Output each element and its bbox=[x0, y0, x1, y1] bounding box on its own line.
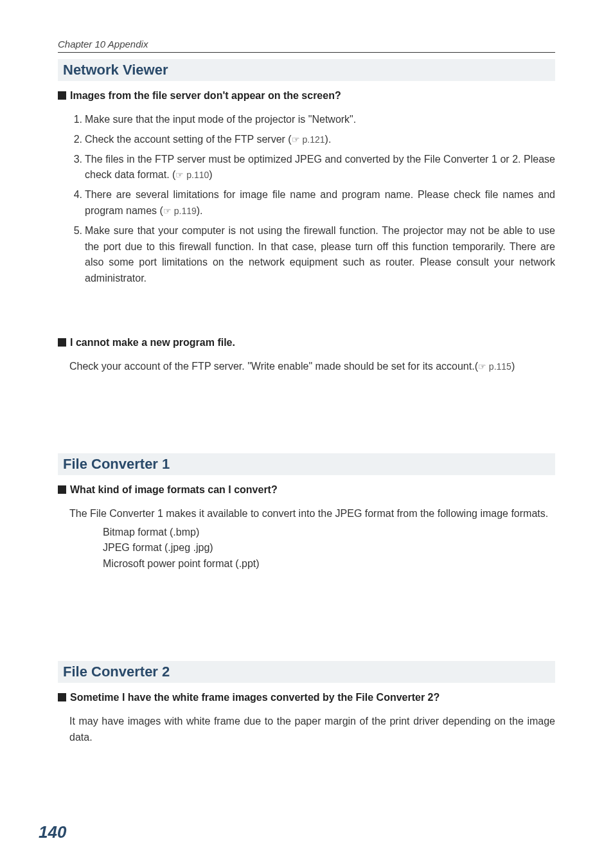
text-fragment: The files in the FTP server must be opti… bbox=[85, 154, 555, 181]
list-item: 5. Make sure that your computer is not u… bbox=[69, 223, 555, 287]
answer-paragraph: Check your account of the FTP server. "W… bbox=[69, 359, 555, 375]
text-fragment: ). bbox=[325, 134, 332, 145]
list-number: 1. bbox=[69, 112, 82, 128]
list-body: The files in the FTP server must be opti… bbox=[85, 152, 555, 184]
answer-list: 1. Make sure that the input mode of the … bbox=[69, 112, 555, 287]
list-body: Make sure that your computer is not usin… bbox=[85, 223, 555, 287]
text-fragment: ) bbox=[209, 169, 212, 180]
text-fragment: Check the account setting of the FTP ser… bbox=[85, 134, 292, 145]
list-number: 4. bbox=[69, 187, 82, 203]
section-heading-file-converter-2: File Converter 2 bbox=[58, 661, 555, 683]
question-formats-convert: What kind of image formats can I convert… bbox=[58, 484, 555, 496]
question-white-frame: Sometime I have the white frame images c… bbox=[58, 692, 555, 703]
question-text: What kind of image formats can I convert… bbox=[70, 484, 278, 495]
text-fragment: ). bbox=[197, 205, 203, 216]
question-images-not-appear: Images from the file server don't appear… bbox=[58, 90, 555, 102]
format-item: JPEG format (.jpeg .jpg) bbox=[103, 540, 555, 556]
list-body: Make sure that the input mode of the pro… bbox=[85, 112, 555, 128]
bullet-square-icon bbox=[58, 485, 66, 494]
format-item: Microsoft power point format (.ppt) bbox=[103, 556, 555, 572]
bullet-square-icon bbox=[58, 693, 66, 701]
section-heading-network-viewer: Network Viewer bbox=[58, 59, 555, 81]
page-ref: ☞ p.110 bbox=[175, 170, 209, 180]
text-fragment: There are several limitations for image … bbox=[85, 189, 555, 216]
list-body: Check the account setting of the FTP ser… bbox=[85, 132, 555, 148]
list-number: 3. bbox=[69, 152, 82, 168]
answer-paragraph: The File Converter 1 makes it available … bbox=[69, 506, 555, 522]
text-fragment: Check your account of the FTP server. "W… bbox=[69, 361, 478, 372]
answer-paragraph: It may have images with white frame due … bbox=[69, 714, 555, 746]
chapter-header: Chapter 10 Appendix bbox=[58, 39, 555, 53]
question-cannot-make-program: I cannot make a new program file. bbox=[58, 337, 555, 348]
page-number: 140 bbox=[39, 822, 66, 842]
list-number: 2. bbox=[69, 132, 82, 148]
list-body: There are several limitations for image … bbox=[85, 187, 555, 219]
list-number: 5. bbox=[69, 223, 82, 239]
list-item: 3. The files in the FTP server must be o… bbox=[69, 152, 555, 184]
section-heading-file-converter-1: File Converter 1 bbox=[58, 453, 555, 475]
question-text: Sometime I have the white frame images c… bbox=[70, 692, 440, 703]
formats-list: Bitmap format (.bmp) JPEG format (.jpeg … bbox=[103, 525, 555, 572]
page-ref: ☞ p.115 bbox=[478, 361, 511, 372]
page-ref: ☞ p.119 bbox=[163, 206, 197, 216]
format-item: Bitmap format (.bmp) bbox=[103, 525, 555, 541]
bullet-square-icon bbox=[58, 338, 66, 347]
text-fragment: ) bbox=[511, 361, 515, 372]
list-item: 4. There are several limitations for ima… bbox=[69, 187, 555, 219]
question-text: I cannot make a new program file. bbox=[70, 337, 235, 348]
bullet-square-icon bbox=[58, 91, 66, 100]
list-item: 1. Make sure that the input mode of the … bbox=[69, 112, 555, 128]
list-item: 2. Check the account setting of the FTP … bbox=[69, 132, 555, 148]
question-text: Images from the file server don't appear… bbox=[70, 90, 341, 101]
page-ref: ☞ p.121 bbox=[292, 134, 325, 145]
